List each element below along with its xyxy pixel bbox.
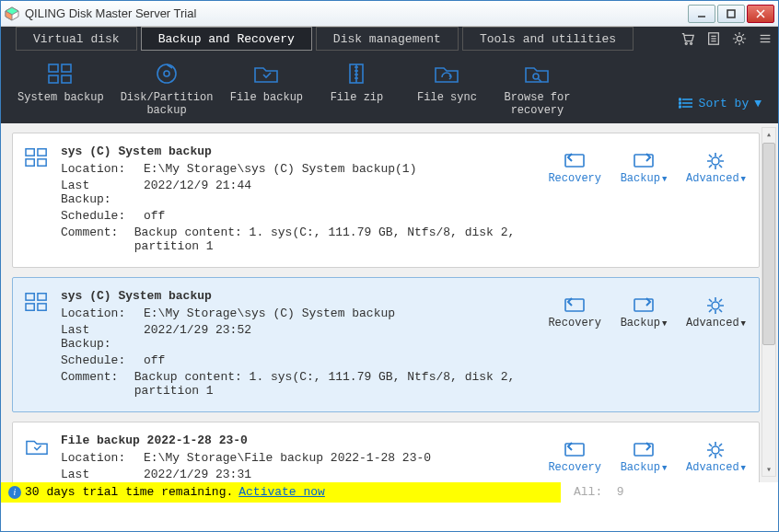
sync-folder-icon	[433, 60, 460, 87]
recovery-button[interactable]: Recovery	[548, 295, 601, 330]
job-card[interactable]: File backup 2022-1-28 23-0 Location:E:\M…	[12, 422, 760, 482]
field-label: Location:	[61, 451, 144, 465]
job-title: sys (C) System backup	[61, 289, 548, 303]
zip-icon	[343, 60, 370, 87]
recovery-icon	[563, 439, 587, 461]
svg-point-24	[533, 74, 539, 79]
system-backup-icon	[24, 145, 61, 256]
list-icon	[679, 98, 693, 109]
chevron-down-icon: ▼	[754, 97, 762, 110]
sort-label: Sort by	[699, 97, 750, 110]
disk-icon	[153, 60, 180, 87]
field-label: Comment:	[61, 370, 134, 398]
location-value: E:\My Storage\sys (C) System backup(1)	[144, 162, 416, 176]
log-icon[interactable]	[701, 27, 727, 51]
recovery-button[interactable]: Recovery	[548, 439, 601, 474]
cart-icon[interactable]	[675, 27, 701, 51]
svg-point-13	[737, 36, 741, 40]
schedule-value: off	[144, 353, 165, 367]
svg-point-45	[712, 302, 719, 309]
minimize-button[interactable]	[688, 5, 715, 23]
tool-label: File sync	[417, 91, 477, 104]
tool-browse-recovery[interactable]: Browse forrecovery	[500, 60, 574, 118]
last-backup-value: 2022/1/29 23:31	[144, 468, 251, 482]
sort-by-button[interactable]: Sort by ▼	[679, 97, 762, 110]
status-bar: i 30 days trial time remaining. Activate…	[1, 482, 778, 503]
tab-virtual-disk[interactable]: Virtual disk	[16, 27, 137, 51]
close-button[interactable]	[747, 5, 774, 23]
field-label: Comment:	[61, 226, 134, 253]
title-bar: QILING Disk Master Server Trial	[1, 1, 778, 27]
job-card[interactable]: sys (C) System backup Location:E:\My Sto…	[12, 277, 760, 412]
trial-banner: i 30 days trial time remaining. Activate…	[1, 482, 561, 503]
scroll-up-icon[interactable]: ▴	[762, 128, 775, 141]
svg-rect-33	[38, 149, 46, 156]
field-label: Last Backup:	[61, 179, 144, 206]
trial-text: 30 days trial time remaining.	[25, 485, 233, 499]
file-backup-icon	[24, 434, 61, 482]
scrollbar[interactable]: ▴ ▾	[762, 127, 776, 477]
backup-button[interactable]: Backup▼	[618, 150, 669, 185]
activate-link[interactable]: Activate now	[238, 485, 325, 499]
search-folder-icon	[523, 60, 551, 87]
tool-label: Disk/Partitionbackup	[121, 91, 214, 118]
tool-disk-partition-backup[interactable]: Disk/Partitionbackup	[121, 60, 214, 118]
advanced-button[interactable]: Advanced▼	[686, 295, 746, 330]
top-nav: Virtual disk Backup and Recovery Disk ma…	[1, 27, 778, 51]
svg-point-22	[164, 71, 169, 76]
settings-icon[interactable]	[727, 27, 752, 51]
backup-icon	[632, 150, 656, 172]
tool-label: System backup	[17, 91, 104, 104]
scroll-down-icon[interactable]: ▾	[762, 463, 775, 476]
svg-rect-42	[38, 304, 46, 310]
advanced-button[interactable]: Advanced▼	[686, 150, 746, 185]
tool-label: File backup	[230, 91, 303, 104]
folder-icon	[252, 60, 280, 87]
grid-icon	[47, 60, 75, 87]
recovery-button[interactable]: Recovery	[548, 150, 601, 185]
advanced-button[interactable]: Advanced▼	[686, 439, 746, 474]
svg-point-7	[685, 42, 687, 44]
recovery-icon	[563, 150, 587, 172]
info-icon: i	[8, 486, 21, 499]
svg-rect-35	[38, 159, 46, 166]
schedule-value: off	[144, 209, 165, 223]
svg-point-31	[679, 106, 680, 108]
svg-rect-17	[49, 64, 58, 72]
menu-icon[interactable]	[752, 27, 778, 51]
tab-backup-recovery[interactable]: Backup and Recovery	[141, 27, 312, 51]
tool-file-backup[interactable]: File backup	[229, 60, 303, 104]
maximize-button[interactable]	[717, 5, 745, 23]
svg-rect-32	[26, 149, 34, 156]
field-label: Last Backup:	[61, 323, 144, 351]
backup-button[interactable]: Backup▼	[618, 295, 669, 330]
tab-tools-utilities[interactable]: Tools and utilities	[462, 27, 634, 51]
last-backup-value: 2022/12/9 21:44	[144, 179, 251, 206]
field-label: Last Backup:	[61, 468, 144, 482]
job-card[interactable]: sys (C) System backup Location:E:\My Sto…	[12, 133, 760, 268]
svg-rect-18	[62, 64, 71, 72]
svg-rect-39	[26, 294, 34, 300]
backup-button[interactable]: Backup▼	[618, 439, 669, 474]
tool-label: Browse forrecovery	[504, 91, 570, 118]
field-label: Location:	[61, 306, 144, 320]
system-backup-icon	[24, 289, 61, 400]
field-label: Schedule:	[61, 209, 144, 223]
field-label: Location:	[61, 162, 144, 176]
gear-icon	[703, 439, 727, 461]
svg-rect-34	[26, 159, 34, 166]
tool-file-sync[interactable]: File sync	[410, 60, 483, 104]
tab-disk-management[interactable]: Disk management	[316, 27, 459, 51]
backup-icon	[632, 295, 656, 317]
location-value: E:\My Storage\File backup 2022-1-28 23-0	[144, 451, 431, 465]
scroll-thumb[interactable]	[762, 143, 775, 345]
recovery-icon	[563, 295, 587, 317]
tool-file-zip[interactable]: File zip	[320, 60, 393, 104]
tool-label: File zip	[331, 91, 384, 104]
svg-point-29	[679, 98, 680, 100]
window-title: QILING Disk Master Server Trial	[25, 6, 688, 20]
svg-point-8	[690, 42, 692, 44]
job-title: sys (C) System backup	[61, 145, 548, 158]
tool-system-backup[interactable]: System backup	[17, 60, 104, 104]
gear-icon	[703, 295, 727, 317]
